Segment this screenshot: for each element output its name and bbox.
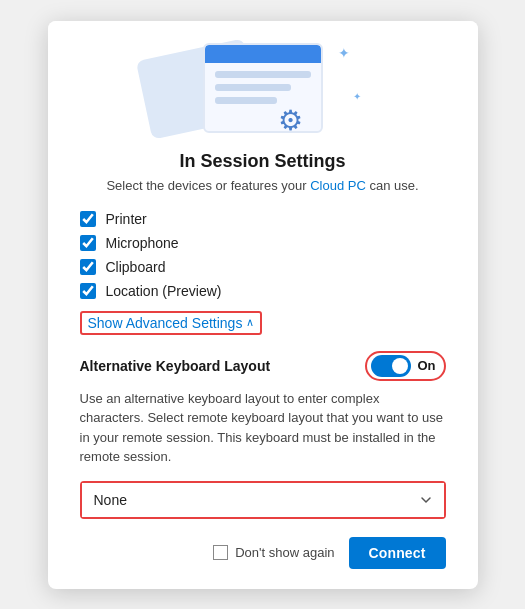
checkbox-list: Printer Microphone Clipboard Location (P… [80,211,446,299]
subtitle-suffix: can use. [366,178,419,193]
illustration: ⚙ ✦ ✦ [48,21,478,151]
chevron-up-icon: ∧ [246,316,254,329]
show-advanced-button[interactable]: Show Advanced Settings ∧ [80,311,263,335]
keyboard-dropdown-container: None [80,481,446,519]
checkbox-microphone[interactable]: Microphone [80,235,446,251]
toggle-container: On [365,351,445,381]
keyboard-dropdown[interactable]: None [82,483,444,517]
subtitle-prefix: Select the devices or features your [106,178,310,193]
location-checkbox[interactable] [80,283,96,299]
advanced-section: Alternative Keyboard Layout On Use an al… [80,351,446,519]
printer-label: Printer [106,211,147,227]
dont-show-checkbox[interactable] [213,545,228,560]
dialog-footer: Don't show again Connect [48,537,478,569]
cloud-pc-link: Cloud PC [310,178,366,193]
checkbox-location[interactable]: Location (Preview) [80,283,446,299]
toggle-slider [371,355,411,377]
advanced-description: Use an alternative keyboard layout to en… [80,389,446,467]
checkbox-clipboard[interactable]: Clipboard [80,259,446,275]
advanced-row: Alternative Keyboard Layout On [80,351,446,381]
connect-button[interactable]: Connect [349,537,446,569]
gear-icon: ⚙ [278,104,303,137]
window-illustration [203,43,323,133]
keyboard-layout-label: Alternative Keyboard Layout [80,358,271,374]
window-line-3 [215,97,277,104]
dialog-subtitle: Select the devices or features your Clou… [80,178,446,193]
clipboard-label: Clipboard [106,259,166,275]
microphone-label: Microphone [106,235,179,251]
window-lines [205,63,321,118]
sparkle-icon-2: ✦ [353,91,361,102]
show-advanced-label: Show Advanced Settings [88,315,243,331]
keyboard-toggle[interactable] [371,355,411,377]
dont-show-label[interactable]: Don't show again [213,545,334,560]
printer-checkbox[interactable] [80,211,96,227]
dialog-content: In Session Settings Select the devices o… [48,151,478,519]
clipboard-checkbox[interactable] [80,259,96,275]
dont-show-text: Don't show again [235,545,334,560]
location-label: Location (Preview) [106,283,222,299]
checkbox-printer[interactable]: Printer [80,211,446,227]
microphone-checkbox[interactable] [80,235,96,251]
dialog-title: In Session Settings [80,151,446,172]
window-line-2 [215,84,292,91]
in-session-settings-dialog: ⚙ ✦ ✦ In Session Settings Select the dev… [48,21,478,589]
toggle-on-label: On [417,358,435,373]
window-line-1 [215,71,311,78]
sparkle-icon-1: ✦ [338,45,350,61]
window-titlebar [205,45,321,63]
